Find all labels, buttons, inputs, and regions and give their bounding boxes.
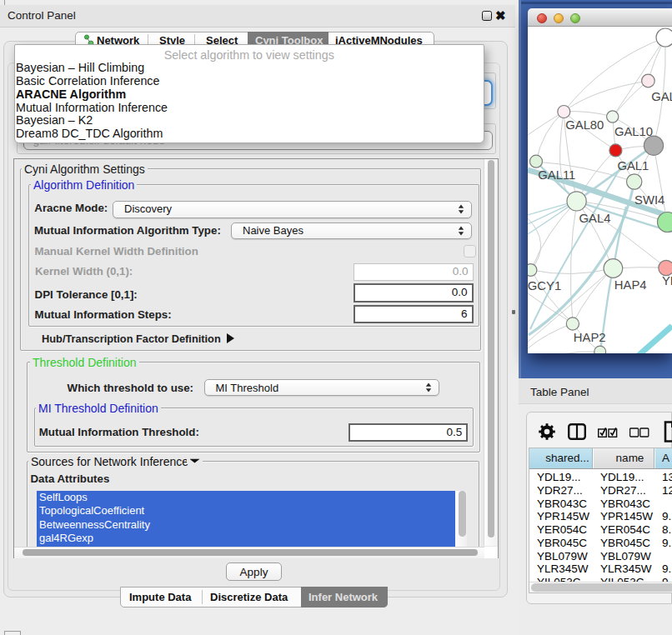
svg-text:GAL10: GAL10 <box>614 125 653 138</box>
svg-text:HAP2: HAP2 <box>574 331 606 344</box>
svg-text:YD: YD <box>662 274 672 288</box>
svg-text:GAL80: GAL80 <box>565 118 604 132</box>
svg-text:GAL11: GAL11 <box>538 168 575 182</box>
svg-text:GAL7: GAL7 <box>651 90 672 103</box>
svg-text:GAL1: GAL1 <box>617 159 649 172</box>
svg-text:SWI4: SWI4 <box>634 193 664 207</box>
svg-text:HAP4: HAP4 <box>614 278 647 292</box>
svg-text:GCY1: GCY1 <box>528 279 561 292</box>
svg-text:GAL4: GAL4 <box>579 212 611 225</box>
